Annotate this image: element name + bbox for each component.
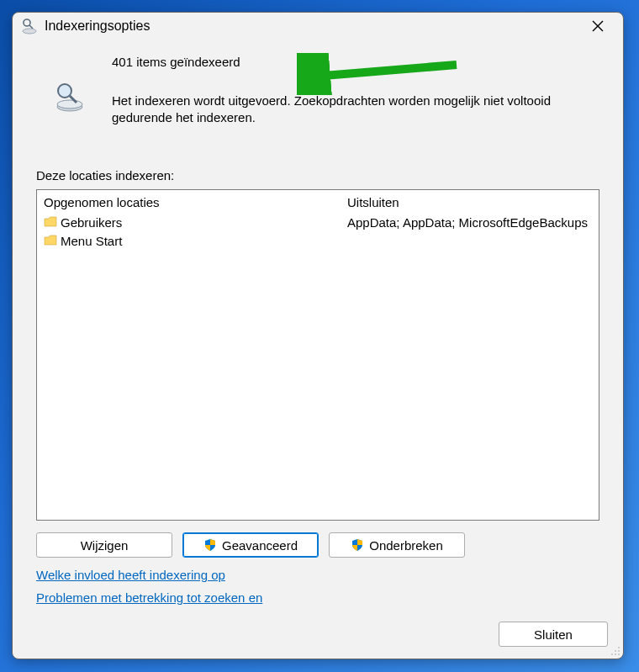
table-row: AppData; AppData; MicrosoftEdgeBackups [347, 213, 592, 231]
location-name: Menu Start [61, 234, 122, 248]
button-label: Sluiten [534, 627, 573, 642]
svg-point-16 [618, 653, 620, 655]
resize-grip-icon[interactable] [609, 644, 621, 656]
indexed-count: 401 items geïndexeerd [112, 55, 599, 69]
status-block: 401 items geïndexeerd Het indexeren word… [36, 55, 599, 127]
included-header: Opgenomen locaties [44, 195, 334, 209]
svg-point-6 [57, 100, 82, 108]
pause-button[interactable]: Onderbreken [329, 532, 465, 558]
svg-point-15 [615, 653, 616, 655]
indexing-icon [21, 18, 38, 34]
button-label: Wijzigen [81, 538, 129, 553]
svg-point-13 [618, 650, 620, 652]
svg-point-7 [58, 84, 71, 98]
help-links: Welke invloed heeft indexering op Proble… [36, 568, 599, 613]
excluded-header: Uitsluiten [347, 195, 592, 209]
svg-point-0 [24, 19, 30, 26]
button-label: Onderbreken [369, 538, 443, 553]
svg-point-14 [611, 653, 613, 655]
folder-icon [44, 235, 57, 246]
table-row[interactable]: Menu Start [44, 231, 334, 250]
svg-line-1 [29, 25, 33, 29]
status-text: 401 items geïndexeerd Het indexeren word… [112, 55, 599, 127]
included-column: Opgenomen locaties Gebruikers Menu Start [37, 190, 341, 520]
locations-listbox[interactable]: Opgenomen locaties Gebruikers Menu Start… [36, 189, 599, 521]
shield-icon [203, 538, 217, 552]
content-area: 401 items geïndexeerd Het indexeren word… [13, 40, 623, 622]
modify-button[interactable]: Wijzigen [36, 532, 172, 558]
svg-point-2 [23, 29, 36, 34]
location-name: Gebruikers [61, 215, 122, 230]
indexing-magnifier-icon [53, 80, 87, 114]
troubleshoot-link[interactable]: Problemen met betrekking tot zoeken en [36, 590, 262, 605]
indexing-options-window: Indexeringsopties 401 items geïndexeerd … [12, 12, 624, 659]
table-row[interactable]: Gebruikers [44, 213, 334, 231]
folder-icon [44, 216, 57, 228]
close-dialog-button[interactable]: Sluiten [499, 622, 608, 647]
svg-point-11 [618, 647, 620, 648]
footer: Sluiten [13, 622, 623, 659]
indexing-status-message: Het indexeren wordt uitgevoerd. Zoekopdr… [112, 93, 599, 127]
influence-link[interactable]: Welke invloed heeft indexering op [36, 568, 225, 582]
excluded-column: Uitsluiten AppData; AppData; MicrosoftEd… [341, 190, 599, 520]
button-row: Wijzigen Geavanceerd [36, 532, 599, 558]
window-title: Indexeringsopties [45, 19, 579, 34]
locations-label: Deze locaties indexeren: [36, 168, 599, 183]
close-button[interactable] [579, 13, 616, 39]
exclude-value: AppData; AppData; MicrosoftEdgeBackups [347, 215, 588, 230]
advanced-button[interactable]: Geavanceerd [182, 532, 319, 558]
svg-point-12 [615, 650, 616, 652]
titlebar: Indexeringsopties [13, 13, 623, 40]
shield-icon [351, 538, 364, 552]
close-icon [592, 20, 604, 32]
button-label: Geavanceerd [222, 538, 298, 553]
table-row [347, 231, 592, 250]
